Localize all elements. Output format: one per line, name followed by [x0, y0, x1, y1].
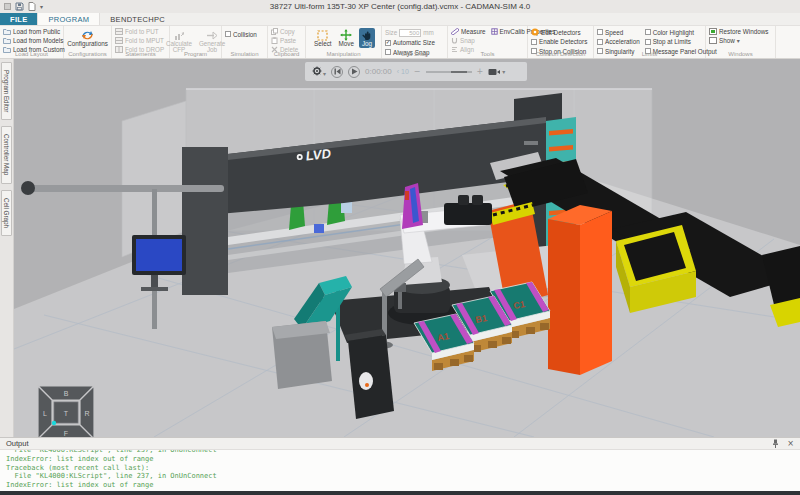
- paste-button[interactable]: Paste: [271, 37, 298, 45]
- window-bottom-edge: [0, 491, 800, 495]
- speed-checkbox[interactable]: Speed: [597, 28, 640, 36]
- monitor-screen: [136, 239, 182, 271]
- tab-bendtechpc[interactable]: BENDTECHPC: [100, 13, 175, 25]
- reset-button[interactable]: [331, 66, 343, 78]
- button-label: Move: [339, 41, 354, 47]
- checkbox-label: Collision: [233, 31, 257, 38]
- close-icon[interactable]: ×: [787, 440, 794, 448]
- arm-end-cap: [21, 181, 35, 195]
- button-label: Snap: [460, 37, 475, 44]
- slider-plus-icon[interactable]: +: [477, 67, 484, 76]
- copy-button[interactable]: Copy: [271, 28, 298, 36]
- button-label: Restore Windows: [719, 28, 768, 35]
- edit-detectors-button[interactable]: Edit Detectors: [531, 28, 587, 36]
- speed-stepper[interactable]: ‹ 10: [397, 68, 409, 75]
- nav-label-right: R: [84, 410, 89, 417]
- 3d-viewport[interactable]: LVD: [14, 59, 800, 437]
- checkbox: [597, 29, 603, 35]
- snap-button[interactable]: Snap: [451, 37, 486, 45]
- ribbon: Load from Public Load from Models Load f…: [0, 26, 800, 59]
- checkbox-label: Automatic Size: [393, 39, 435, 46]
- nav-cube[interactable]: B L T R F: [38, 386, 94, 437]
- restore-windows-button[interactable]: Restore Windows: [709, 28, 768, 36]
- load-from-models-button[interactable]: Load from Models: [3, 37, 65, 45]
- gray-bin[interactable]: [272, 321, 332, 389]
- ribbon-group-statements: Fold to PUT Fold to MPUT Fold to DROP St…: [112, 26, 170, 58]
- button-label: Configurations: [67, 41, 108, 47]
- button-label: Jog: [362, 41, 372, 47]
- nav-label-front: F: [64, 430, 68, 437]
- sidebar-tab-controller-map[interactable]: Controller Map: [1, 126, 12, 183]
- sidebar-tab-program-editor[interactable]: Program Editor: [1, 62, 12, 120]
- acceleration-checkbox[interactable]: Acceleration: [597, 38, 640, 46]
- ribbon-tab-row: FILE PROGRAM BENDTECHPC: [0, 13, 800, 26]
- ribbon-group-simulation: Collision Simulation: [222, 26, 268, 58]
- group-label: Configurations: [64, 51, 111, 57]
- playback-settings[interactable]: ▾: [312, 66, 326, 77]
- ribbon-group-load-layout: Load from Public Load from Models Load f…: [0, 26, 64, 58]
- show-caret-icon: ▾: [737, 37, 740, 44]
- speed-decrease-icon: ‹: [397, 68, 399, 75]
- camera-icon: [488, 68, 500, 76]
- jog-button[interactable]: Jog: [359, 28, 375, 48]
- window-title: 38727 Ulti-form 135T-30 XP Center (confi…: [0, 2, 800, 11]
- checkbox-label: Stop at Limits: [653, 38, 691, 45]
- ribbon-group-limits: Speed Acceleration Singularity Color Hig…: [594, 26, 706, 58]
- checkbox: [597, 39, 603, 45]
- collision-checkbox[interactable]: Collision: [225, 30, 257, 38]
- sidebar-tab-cell-graph[interactable]: Cell Graph: [1, 190, 12, 236]
- output-log[interactable]: File "KL4000:KLScript", line 237, in OnU…: [0, 450, 800, 491]
- playback-bar: ▾ 0:00:00 ‹ 10 − + ▾: [305, 62, 527, 81]
- fold-to-mput-button[interactable]: Fold to MPUT: [115, 37, 164, 45]
- checkbox: [225, 31, 231, 37]
- yellow-bin[interactable]: [616, 225, 696, 313]
- robot-wrist: [444, 203, 492, 225]
- button-label: Fold to MPUT: [125, 37, 164, 44]
- play-button[interactable]: [348, 66, 360, 78]
- group-label: Manipulation: [306, 51, 381, 57]
- group-label: Statements: [112, 51, 169, 57]
- configurations-button[interactable]: Configurations: [73, 28, 103, 48]
- fold-to-put-button[interactable]: Fold to PUT: [115, 28, 164, 36]
- show-icon: [709, 37, 717, 44]
- grid-size-input[interactable]: 500: [399, 29, 421, 37]
- group-label: Collision Detection: [528, 51, 593, 57]
- blue-cube[interactable]: [314, 224, 324, 233]
- pin-icon[interactable]: [772, 439, 779, 448]
- size-label: Size: [385, 29, 397, 36]
- load-from-public-button[interactable]: Load from Public: [3, 28, 65, 36]
- select-button[interactable]: Select: [312, 28, 334, 48]
- button-label: Paste: [280, 37, 296, 44]
- output-panel: Output × File "KL4000:KLScript", line 23…: [0, 437, 800, 491]
- title-bar: ▾ 38727 Ulti-form 135T-30 XP Center (con…: [0, 0, 800, 13]
- skip-back-icon: [334, 68, 341, 75]
- gear-icon: [312, 66, 322, 77]
- slider-minus-icon[interactable]: −: [414, 67, 421, 76]
- ribbon-group-clipboard: Copy Paste Delete Clipboard: [268, 26, 306, 58]
- ribbon-group-windows: Restore Windows Show ▾ Windows: [706, 26, 776, 58]
- nav-label-back: B: [64, 390, 69, 397]
- record-video[interactable]: ▾: [488, 68, 505, 76]
- pallet-label: B1: [475, 313, 488, 325]
- ribbon-group-program: Calculate CFP Generate Job Program: [170, 26, 222, 58]
- button-label: Load from Models: [13, 37, 63, 44]
- ribbon-group-manipulation: Select Move Jog Manipulation: [306, 26, 382, 58]
- tab-file[interactable]: FILE: [0, 13, 37, 25]
- move-button[interactable]: Move: [337, 28, 356, 48]
- output-line: IndexError: list index out of range: [6, 455, 800, 464]
- automatic-size-checkbox[interactable]: ✓ Automatic Size: [385, 39, 435, 47]
- svg-text:LVD: LVD: [305, 146, 332, 164]
- show-button[interactable]: Show ▾: [709, 37, 768, 45]
- enable-detectors-checkbox[interactable]: Enable Detectors: [531, 38, 587, 46]
- orange-tower[interactable]: [548, 205, 612, 375]
- teach-pendant[interactable]: [359, 372, 373, 390]
- tab-program[interactable]: PROGRAM: [37, 13, 100, 25]
- button-label: Select: [314, 41, 332, 47]
- fold-icon: [115, 37, 123, 44]
- speed-slider[interactable]: [426, 71, 472, 73]
- snap-icon: [451, 37, 458, 44]
- checkbox-label: Acceleration: [605, 38, 640, 45]
- pallet-label: A1: [437, 331, 450, 343]
- checkbox-label: Color Highlight: [653, 29, 694, 36]
- measure-button[interactable]: Measure: [451, 28, 486, 36]
